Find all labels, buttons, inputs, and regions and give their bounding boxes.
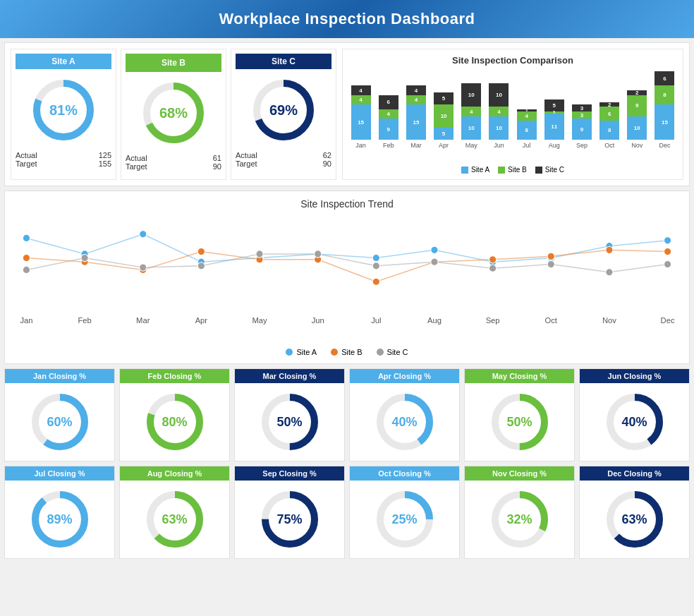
closing-gauge: 75% xyxy=(258,488,322,551)
closing-gauge-text: 63% xyxy=(162,512,187,527)
bar-group: 10 9 2 Nov xyxy=(625,90,650,149)
bar-group: 8 6 2 Oct xyxy=(597,102,622,149)
bar-seg-c: 10 xyxy=(489,83,509,107)
svg-text:Oct: Oct xyxy=(545,317,558,325)
comparison-chart: Site Inspection Comparison 15 4 4 Jan 9 … xyxy=(342,49,683,180)
closing-card: May Closing % 50% xyxy=(464,368,575,461)
closing-card: Jul Closing % 89% xyxy=(4,466,115,559)
bar-seg-a: 9 xyxy=(572,119,592,140)
stacked-bar: 8 6 2 xyxy=(599,102,619,140)
bar-seg-b: 6 xyxy=(599,107,619,121)
bar-seg-c: 4 xyxy=(406,85,426,95)
bar-seg-a: 15 xyxy=(406,104,426,140)
closing-label: Nov Closing % xyxy=(465,466,574,481)
closing-label: Aug Closing % xyxy=(120,466,229,481)
sites-container: Site A 81% Actual Target 125 155 Site B … xyxy=(11,49,336,180)
bar-seg-a: 5 xyxy=(434,128,453,140)
closing-label: Jul Closing % xyxy=(5,466,114,481)
closing-gauge-text: 75% xyxy=(276,512,302,527)
svg-point-32 xyxy=(140,264,147,271)
stacked-bar: 10 4 10 xyxy=(489,83,509,140)
closing-label: Jun Closing % xyxy=(580,369,689,383)
gauge-site-c: 69% xyxy=(248,75,319,145)
closing-gauge: 25% xyxy=(373,488,437,551)
svg-text:May: May xyxy=(252,317,267,325)
legend-dot-b xyxy=(498,167,505,174)
svg-point-24 xyxy=(372,278,379,285)
trend-dot-c xyxy=(377,349,384,356)
site-stats-site-a: Actual Target 125 155 xyxy=(16,151,111,168)
gauge-site-a: 81% xyxy=(28,75,99,145)
svg-point-40 xyxy=(606,269,613,276)
closing-gauge-text: 89% xyxy=(47,512,72,527)
bar-seg-c: 4 xyxy=(351,85,371,95)
stacked-bar: 10 4 10 xyxy=(461,83,481,140)
site-card-site-b: Site B 68% Actual Target 61 90 xyxy=(121,49,226,180)
bar-seg-c: 6 xyxy=(655,71,674,85)
closing-gauge-text: 32% xyxy=(506,512,532,527)
comparison-title: Site Inspection Comparison xyxy=(348,55,677,66)
closing-gauge-text: 80% xyxy=(162,415,187,430)
bar-seg-a: 11 xyxy=(544,114,564,140)
bar-label: Feb xyxy=(383,142,394,149)
bar-seg-b: 4 xyxy=(406,95,426,104)
closing-gauge: 32% xyxy=(488,488,552,551)
bar-group: 9 3 3 Sep xyxy=(569,104,594,149)
closing-gauge-text: 25% xyxy=(391,512,417,527)
trend-legend-a: Site A xyxy=(286,348,317,356)
bar-group: 5 10 5 Apr xyxy=(432,92,456,149)
svg-text:Aug: Aug xyxy=(427,317,442,325)
closing-card: Jun Closing % 40% xyxy=(579,368,690,461)
bar-seg-a: 15 xyxy=(351,104,371,140)
bar-chart: 15 4 4 Jan 9 4 6 Feb 15 4 4 Mar 5 10 5 A… xyxy=(348,71,677,163)
bar-group: 10 4 10 May xyxy=(459,83,484,149)
svg-point-13 xyxy=(431,246,438,253)
bar-seg-a: 9 xyxy=(379,119,398,140)
bar-seg-b: 8 xyxy=(655,85,674,104)
svg-point-28 xyxy=(606,246,613,253)
bar-label: May xyxy=(465,142,477,149)
bar-seg-b: 4 xyxy=(461,107,481,116)
trend-legend-b: Site B xyxy=(331,348,362,356)
stacked-bar: 9 4 6 xyxy=(379,95,398,140)
bar-seg-c: 3 xyxy=(572,104,592,111)
bar-seg-a: 15 xyxy=(655,104,674,140)
closing-label: Sep Closing % xyxy=(235,466,344,481)
trend-legend: Site A Site B Site C xyxy=(12,348,682,356)
bar-seg-c: 10 xyxy=(461,83,481,107)
trend-legend-c: Site C xyxy=(377,348,408,356)
trend-title: Site Inspection Trend xyxy=(12,198,682,210)
bar-seg-a: 8 xyxy=(599,121,619,140)
stacked-bar: 8 4 1 xyxy=(517,109,537,140)
svg-point-18 xyxy=(23,254,30,261)
trend-dot-b xyxy=(331,349,338,356)
bar-seg-b: 9 xyxy=(627,95,647,116)
closing-card: Feb Closing % 80% xyxy=(119,368,230,461)
bar-seg-c: 2 xyxy=(599,102,619,107)
legend-site-b: Site B xyxy=(498,166,527,174)
svg-point-34 xyxy=(256,250,263,258)
site-stats-site-c: Actual Target 62 90 xyxy=(236,151,331,168)
site-label-site-c: Site C xyxy=(236,54,331,69)
bar-group: 11 1 5 Aug xyxy=(542,99,566,149)
svg-point-31 xyxy=(81,254,88,261)
legend-site-a: Site A xyxy=(461,166,489,174)
svg-text:Jul: Jul xyxy=(371,317,381,325)
bar-seg-b: 4 xyxy=(379,109,398,119)
svg-point-36 xyxy=(372,262,379,270)
bar-label: Dec xyxy=(659,142,670,149)
site-actual-label-site-c: Actual Target xyxy=(236,151,257,168)
svg-point-27 xyxy=(547,253,554,260)
bar-group: 15 4 4 Jan xyxy=(348,85,373,149)
svg-text:Mar: Mar xyxy=(136,317,150,325)
stacked-bar: 10 9 2 xyxy=(627,90,647,140)
svg-text:Feb: Feb xyxy=(78,317,91,325)
bar-seg-a: 10 xyxy=(461,116,481,140)
bar-seg-b: 4 xyxy=(489,107,509,116)
closing-gauge: 40% xyxy=(603,390,666,454)
closing-row: Jan Closing % 60% Feb Closing % 80% Mar … xyxy=(4,368,690,461)
svg-point-35 xyxy=(315,250,322,258)
trend-label-b: Site B xyxy=(341,348,362,356)
bar-label: Jan xyxy=(355,142,366,149)
svg-point-29 xyxy=(664,248,671,255)
